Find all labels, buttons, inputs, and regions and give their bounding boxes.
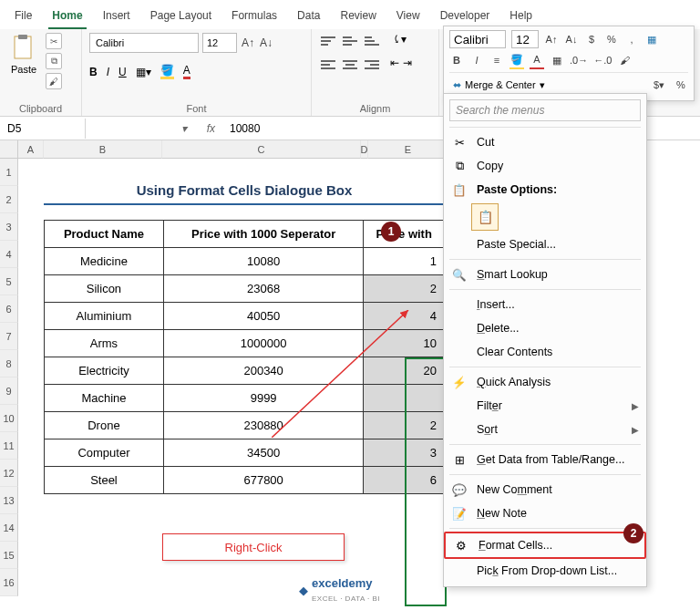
menu-paste-special[interactable]: Paste Special...: [444, 233, 646, 256]
decrease-indent-icon[interactable]: ⇤: [390, 57, 399, 73]
bold-icon[interactable]: B: [449, 51, 464, 69]
menu-cut[interactable]: ✂Cut: [444, 130, 646, 154]
copy-icon[interactable]: ⧉: [46, 53, 62, 69]
font-color-icon[interactable]: A: [183, 64, 190, 79]
border-icon[interactable]: ▦: [550, 51, 564, 69]
menu-insert[interactable]: Insert...: [444, 293, 646, 316]
cell-sep[interactable]: 34500: [163, 439, 364, 467]
cell-selected[interactable]: 20: [364, 357, 445, 385]
menu-sort[interactable]: Sort▶: [444, 418, 646, 441]
italic-button[interactable]: I: [107, 66, 109, 78]
tab-page-layout[interactable]: Page Layout: [147, 5, 215, 29]
cell-sep[interactable]: 677800: [163, 467, 364, 494]
format-table-icon[interactable]: ▦: [644, 30, 659, 48]
bold-button[interactable]: B: [89, 66, 98, 78]
paste-button[interactable]: Paste: [7, 33, 40, 77]
increase-font-icon[interactable]: A↑: [544, 30, 559, 48]
formula-value[interactable]: 10080: [222, 119, 267, 139]
row-header[interactable]: 12: [0, 460, 18, 487]
col-header[interactable]: C: [162, 140, 361, 159]
tab-home[interactable]: Home: [48, 5, 86, 29]
cell-sep[interactable]: 10080: [163, 248, 364, 275]
font-size-select[interactable]: [202, 33, 237, 53]
mini-font-size[interactable]: [511, 30, 539, 48]
row-header[interactable]: 3: [0, 213, 18, 241]
tab-view[interactable]: View: [393, 5, 424, 29]
underline-button[interactable]: U: [118, 66, 127, 78]
menu-copy[interactable]: ⧉Copy: [444, 154, 646, 178]
menu-quick-analysis[interactable]: ⚡Quick Analysis: [444, 370, 646, 394]
row-header[interactable]: 9: [0, 377, 18, 405]
cell-sep[interactable]: 9999: [163, 385, 364, 412]
col-header[interactable]: B: [44, 140, 162, 159]
font-name-select[interactable]: [89, 33, 199, 53]
currency-dropdown[interactable]: $▾: [652, 76, 666, 94]
col-header[interactable]: A: [18, 140, 44, 159]
row-header[interactable]: 5: [0, 268, 18, 295]
percent-button[interactable]: %: [674, 76, 688, 94]
row-header[interactable]: 10: [0, 405, 18, 432]
orientation-icon[interactable]: ⤹▾: [392, 33, 407, 49]
cell-selected[interactable]: 10: [364, 330, 445, 357]
menu-format-cells[interactable]: ⚙Format Cells...: [444, 532, 646, 559]
increase-font-icon[interactable]: A↑: [241, 34, 255, 52]
cell-selected[interactable]: 6: [364, 467, 445, 494]
cell-product[interactable]: Medicine: [45, 248, 164, 275]
menu-search[interactable]: Search the menus: [449, 99, 641, 121]
cell-selected[interactable]: 2: [364, 412, 445, 439]
row-header[interactable]: 6: [0, 295, 18, 323]
align-middle-icon[interactable]: [341, 33, 359, 49]
row-header[interactable]: 16: [0, 569, 18, 596]
cut-icon[interactable]: ✂: [46, 33, 62, 49]
select-all-corner[interactable]: [0, 140, 18, 159]
name-box[interactable]: D5: [0, 119, 86, 139]
row-header[interactable]: 1: [0, 159, 18, 186]
cell-sep[interactable]: 1000000: [163, 330, 364, 357]
cell-product[interactable]: Computer: [45, 439, 164, 467]
border-icon[interactable]: ▦▾: [136, 66, 151, 78]
mini-font-name[interactable]: [449, 30, 506, 48]
row-header[interactable]: 11: [0, 432, 18, 460]
menu-delete[interactable]: Delete...: [444, 316, 646, 340]
menu-pick-list[interactable]: Pick From Drop-down List...: [444, 559, 646, 583]
row-header[interactable]: 14: [0, 514, 18, 542]
tab-insert[interactable]: Insert: [99, 5, 134, 29]
align-top-icon[interactable]: [319, 33, 337, 49]
tab-file[interactable]: File: [11, 5, 36, 29]
decimal-inc-icon[interactable]: .0→: [570, 51, 588, 69]
menu-get-data[interactable]: ⊞Get Data from Table/Range...: [444, 448, 646, 471]
cell-product[interactable]: Silicon: [45, 275, 164, 303]
dropdown-icon[interactable]: ▾: [181, 122, 187, 135]
cell-product[interactable]: Aluminium: [45, 303, 164, 330]
increase-indent-icon[interactable]: ⇥: [403, 57, 412, 73]
merge-center-button[interactable]: ⬌ Merge & Center ▾: [449, 78, 549, 93]
paste-option-values[interactable]: 📋: [471, 203, 499, 231]
col-header[interactable]: D: [361, 140, 368, 159]
align-right-icon[interactable]: [363, 57, 381, 73]
cell-selected[interactable]: 3: [364, 439, 445, 467]
cell-selected[interactable]: 2: [364, 275, 445, 303]
decrease-font-icon[interactable]: A↓: [259, 34, 273, 52]
decimal-dec-icon[interactable]: ←.0: [593, 51, 612, 69]
cell-product[interactable]: Electricity: [45, 357, 164, 385]
align-icon[interactable]: ≡: [489, 51, 504, 69]
cell-sep[interactable]: 23068: [163, 275, 364, 303]
row-header[interactable]: 15: [0, 542, 18, 569]
row-header[interactable]: 2: [0, 186, 18, 213]
tab-formulas[interactable]: Formulas: [228, 5, 281, 29]
row-header[interactable]: 7: [0, 323, 18, 350]
tab-review[interactable]: Review: [336, 5, 379, 29]
row-header[interactable]: 13: [0, 487, 18, 514]
menu-clear-contents[interactable]: Clear Contents: [444, 340, 646, 364]
format-painter-icon[interactable]: 🖌: [46, 73, 62, 89]
cell-sep[interactable]: 40050: [163, 303, 364, 330]
cell-sep[interactable]: 230880: [163, 412, 364, 439]
col-header[interactable]: E: [368, 140, 448, 159]
row-header[interactable]: 4: [0, 241, 18, 268]
font-color-icon[interactable]: A: [530, 51, 544, 69]
decrease-font-icon[interactable]: A↓: [564, 30, 579, 48]
format-painter-icon[interactable]: 🖌: [617, 51, 632, 69]
menu-new-note[interactable]: 📝New Note: [444, 501, 646, 525]
tab-data[interactable]: Data: [293, 5, 324, 29]
fill-color-icon[interactable]: 🪣: [160, 64, 174, 79]
